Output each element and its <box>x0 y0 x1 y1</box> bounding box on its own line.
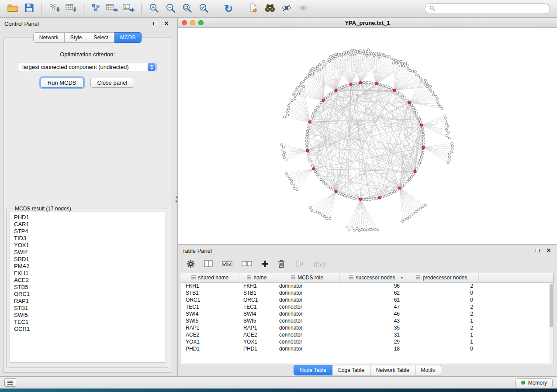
maximize-window-icon[interactable] <box>198 20 204 25</box>
table-row[interactable]: SWI4SWI4dominator462 <box>181 310 554 317</box>
mcds-result-item[interactable]: PMA2 <box>14 263 161 270</box>
mcds-result-item[interactable]: SWI5 <box>14 312 161 319</box>
optimization-criterion-select[interactable]: largest connected component (undirected) <box>18 62 157 72</box>
panel-splitter[interactable] <box>175 18 178 376</box>
close-panel-button[interactable]: × <box>163 20 170 28</box>
splitter-handle-icon[interactable] <box>175 194 177 204</box>
tab-network[interactable]: Network <box>33 32 65 43</box>
delete-column-button[interactable] <box>278 260 285 270</box>
mcds-result-title: MCDS result (17 nodes) <box>13 206 73 212</box>
deselect-all-button[interactable] <box>242 260 252 269</box>
mcds-result-item[interactable]: PHD1 <box>14 214 161 221</box>
close-table-panel-button[interactable]: × <box>545 247 553 254</box>
add-column-button[interactable] <box>261 260 269 269</box>
mcds-result-item[interactable]: FKH1 <box>14 270 161 277</box>
apply-layout-button[interactable]: ↻ <box>220 2 237 16</box>
save-session-button[interactable] <box>21 2 38 16</box>
cell-predecessor-nodes: 0 <box>405 345 478 352</box>
table-row[interactable]: FKH1FKH1dominator962 <box>181 282 554 289</box>
memory-button[interactable]: Memory <box>515 378 553 387</box>
table-tab-network-table[interactable]: Network Table <box>370 365 415 375</box>
mcds-result-item[interactable]: CAR1 <box>14 221 161 228</box>
scrollbar-thumb[interactable] <box>550 284 553 327</box>
export-table-button[interactable] <box>104 2 121 16</box>
close-panel-button-mcds[interactable]: Close panel <box>90 78 135 88</box>
mcds-result-item[interactable]: STP4 <box>14 228 161 235</box>
table-row[interactable]: ACE2ACE2connector311 <box>181 331 554 338</box>
tab-select[interactable]: Select <box>88 32 114 43</box>
table-tab-motifs[interactable]: Motifs <box>415 365 441 375</box>
mcds-result-item[interactable]: SRD1 <box>14 256 161 263</box>
show-all-button[interactable] <box>295 2 311 16</box>
table-tab-edge-table[interactable]: Edge Table <box>332 365 370 375</box>
mcds-result-item[interactable]: YOX1 <box>14 242 161 249</box>
import-network-button[interactable] <box>46 2 62 16</box>
tab-style[interactable]: Style <box>65 32 88 43</box>
column-header-name[interactable]: name <box>239 273 275 282</box>
clone-network-button[interactable] <box>245 2 262 16</box>
search-network-button[interactable] <box>262 2 278 16</box>
export-image-button[interactable] <box>121 2 137 16</box>
new-network-button[interactable] <box>87 2 104 16</box>
column-header-MCDS-role[interactable]: MCDS role <box>275 273 339 282</box>
cell-predecessor-nodes: 1 <box>405 338 478 345</box>
binoculars-icon <box>264 3 276 14</box>
panel-menu-button[interactable] <box>4 378 16 387</box>
mcds-result-item[interactable]: ACE2 <box>14 277 161 284</box>
table-tab-node-table[interactable]: Node Table <box>294 365 332 375</box>
search-input[interactable] <box>438 6 545 12</box>
mcds-result-item[interactable]: ORC1 <box>14 291 161 298</box>
column-header-predecessor-nodes[interactable]: predecessor nodes <box>405 273 478 282</box>
column-grid-icon <box>416 275 420 281</box>
mcds-result-item[interactable]: TID3 <box>14 235 161 242</box>
table-row[interactable]: STB1STB1dominator620 <box>181 289 554 296</box>
table-row[interactable]: RAP1RAP1dominator352 <box>181 324 554 331</box>
mcds-result-box: MCDS result (17 nodes) PHD1CAR1STP4TID3Y… <box>7 206 168 368</box>
run-mcds-button[interactable]: Run MCDS <box>41 78 83 88</box>
table-row[interactable]: SWI5SWI5connector431 <box>181 317 554 324</box>
table-row[interactable]: YOX1YOX1connector291 <box>181 338 554 345</box>
table-settings-button[interactable] <box>187 260 195 270</box>
zoom-fit-button[interactable] <box>179 2 195 16</box>
zoom-out-button[interactable] <box>162 2 179 16</box>
split-panel-button[interactable] <box>204 260 213 269</box>
open-session-button[interactable] <box>4 2 21 16</box>
cell-MCDS-role: connector <box>275 338 339 345</box>
tab-mcds[interactable]: MCDS <box>114 32 142 43</box>
mcds-result-item[interactable]: GCR1 <box>14 326 161 333</box>
optimization-criterion-label: Optimization criterion: <box>4 51 171 58</box>
mcds-result-list[interactable]: PHD1CAR1STP4TID3YOX1SWI4SRD1PMA2FKH1ACE2… <box>10 212 165 363</box>
mcds-result-item[interactable]: SWI4 <box>14 249 161 256</box>
cell-MCDS-role: dominator <box>275 310 339 317</box>
mcds-result-item[interactable]: STB5 <box>14 284 161 291</box>
mcds-result-item[interactable]: STB1 <box>14 305 161 312</box>
column-header-successor-nodes[interactable]: successor nodes▾ <box>339 273 405 282</box>
float-table-panel-button[interactable] <box>533 247 541 254</box>
hide-selected-button[interactable] <box>278 2 295 16</box>
close-window-icon[interactable] <box>182 20 187 25</box>
cell-name: PHD1 <box>239 345 275 352</box>
table-scrollbar[interactable] <box>549 283 553 363</box>
network-canvas[interactable] <box>178 28 557 244</box>
column-header-shared-name[interactable]: shared name <box>181 273 239 282</box>
cell-filler <box>478 338 554 345</box>
table-row[interactable]: TEC1TEC1connector472 <box>181 303 554 310</box>
cell-successor-nodes: 43 <box>339 317 405 324</box>
zoom-in-button[interactable] <box>145 2 162 16</box>
network-graph[interactable] <box>178 28 557 244</box>
mcds-result-item[interactable]: RAP1 <box>14 298 161 305</box>
minimize-window-icon[interactable] <box>190 20 195 25</box>
sort-dropdown-icon[interactable]: ▾ <box>401 275 403 280</box>
zoom-fit-icon <box>182 3 192 15</box>
cell-name: ORC1 <box>239 296 275 303</box>
import-table-button[interactable] <box>62 2 79 16</box>
mcds-result-item[interactable]: TEC1 <box>14 319 161 326</box>
select-all-button[interactable] <box>222 260 232 269</box>
table-row[interactable]: PHD1PHD1dominator180 <box>181 345 554 352</box>
zoom-selected-button[interactable] <box>195 2 212 16</box>
float-panel-button[interactable] <box>151 20 159 28</box>
search-box[interactable] <box>425 3 550 14</box>
column-grid-icon <box>349 275 353 281</box>
node-table-header-row: shared namenameMCDS rolesuccessor nodes▾… <box>181 273 554 282</box>
table-row[interactable]: ORC1ORC1dominator610 <box>181 296 554 303</box>
